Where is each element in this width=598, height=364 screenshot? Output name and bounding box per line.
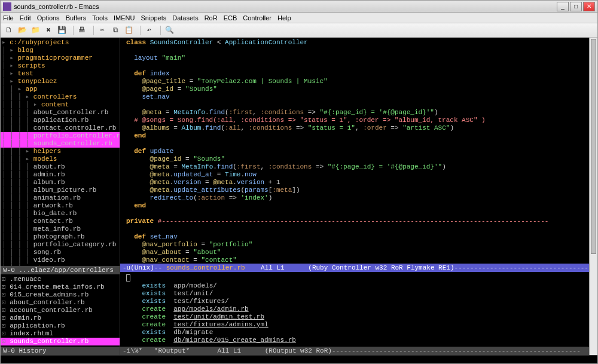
separator	[157, 26, 161, 35]
menu-imenu[interactable]: IMENU	[114, 14, 135, 22]
menu-datasets[interactable]: Datasets	[172, 14, 198, 22]
tree-folder[interactable]: │ ▸ blog	[1, 47, 120, 54]
buffer-list-item[interactable]: ⊡ .menuacc	[1, 276, 120, 283]
tree-file[interactable]: │ │ │ │ photograph.rb	[1, 233, 120, 241]
tree-file[interactable]: │ │ │ │ video.rb	[1, 256, 120, 264]
main-area: ▸ c:/rubyprojects│ ▸ blog│ ▸ pragmaticpr…	[1, 38, 597, 355]
tree-file[interactable]: │ │ │ │ about_controller.rb	[1, 109, 120, 117]
tree-folder[interactable]: │ │ │ ▸ helpers	[1, 148, 120, 155]
search-icon[interactable]: 🔍	[163, 25, 175, 36]
tree-file[interactable]: │ │ │ │ meta_info.rb	[1, 225, 120, 233]
editor-column: class SoundsController < ApplicationCont…	[120, 38, 589, 355]
tree-file[interactable]: │ │ │ │ contact.rb	[1, 218, 120, 225]
modeline-position: All L1	[261, 264, 285, 271]
emacs-window: sounds_controller.rb - Emacs _ □ ✕ File …	[0, 0, 598, 364]
save-icon[interactable]: 💾	[56, 25, 68, 36]
output-line: create test/fixtures/admins.yml	[126, 321, 583, 329]
directory-tree[interactable]: ▸ c:/rubyprojects│ ▸ blog│ ▸ pragmaticpr…	[1, 38, 120, 266]
output-line: create test/unit/admin_test.rb	[126, 313, 583, 321]
paste-icon[interactable]: 📋	[123, 25, 135, 36]
minimize-button[interactable]: _	[557, 2, 569, 11]
buffer-list[interactable]: ⊡ .menuacc⊡ 014_create_meta_infos.rb⊡ 01…	[1, 274, 120, 347]
new-file-icon[interactable]: 🗋	[3, 25, 15, 36]
close-icon[interactable]: ✖	[42, 25, 54, 36]
tree-folder[interactable]: │ ▸ pragmaticprogrammer	[1, 54, 120, 62]
buffer-list-item[interactable]: ⊡ 014_create_meta_infos.rb	[1, 283, 120, 291]
code-buffer[interactable]: class SoundsController < ApplicationCont…	[120, 38, 589, 264]
tree-folder[interactable]: │ │ ▸ app	[1, 85, 120, 93]
menu-controller[interactable]: Controller	[243, 14, 271, 22]
tree-folder[interactable]: │ │ │ │ ▸ content	[1, 101, 120, 109]
buffer-list-item[interactable]: ⊡ sounds_controller.rb	[1, 338, 120, 345]
tree-folder[interactable]: │ ▸ scripts	[1, 62, 120, 70]
tree-file[interactable]: │ │ │ │ animation.rb	[1, 194, 120, 202]
menu-edit[interactable]: Edit	[20, 14, 31, 22]
tree-file[interactable]: │ │ │ │ portfolio_controller.rb	[1, 132, 120, 140]
tree-folder[interactable]: │ │ │ ▸ models	[1, 155, 120, 163]
menu-file[interactable]: File	[3, 14, 14, 22]
emacs-icon	[3, 2, 11, 11]
menu-buffers[interactable]: Buffers	[66, 14, 87, 22]
modeline-coding: -1\%*	[123, 347, 142, 354]
comment: # @songs = Song.find(:all, :conditions =…	[134, 117, 486, 124]
modeline-mode: (ROutput w32 RoR)	[265, 347, 332, 354]
tree-file[interactable]: │ │ │ │ sounds_controller.rb	[1, 140, 120, 148]
buffer-list-item[interactable]: ⊡ admin.rb	[1, 314, 120, 322]
menu-tools[interactable]: Tools	[92, 14, 108, 22]
minibuffer[interactable]	[1, 355, 597, 363]
tree-file[interactable]: │ │ │ │ artwork.rb	[1, 202, 120, 210]
titlebar[interactable]: sounds_controller.rb - Emacs _ □ ✕	[1, 1, 597, 13]
tree-file[interactable]: │ │ │ │ song.rb	[1, 249, 120, 256]
output-line: create db/migrate/015_create_admins.rb	[126, 337, 583, 344]
output-line: create app/models/admin.rb	[126, 305, 583, 313]
menu-snippets[interactable]: Snippets	[141, 14, 166, 22]
buffer-list-item[interactable]: ⊡ application.rb	[1, 322, 120, 330]
buffer-list-item[interactable]: ⊡ 015_create_admins.rb	[1, 291, 120, 299]
modeline-position: All L1	[217, 347, 241, 354]
copy-icon[interactable]: ⧉	[109, 25, 121, 36]
superclass: ApplicationController	[225, 39, 308, 46]
output-modeline[interactable]: -1\%* *ROutput* All L1 (ROutput w32 RoR)…	[120, 347, 589, 355]
tree-folder[interactable]: │ ▸ tonypelaez	[1, 78, 120, 85]
history-modeline: W-0 History	[1, 347, 120, 355]
menu-help[interactable]: Help	[277, 14, 291, 22]
separator	[90, 26, 94, 35]
tree-folder[interactable]: ▸ c:/rubyprojects	[1, 39, 120, 47]
maximize-button[interactable]: □	[570, 2, 582, 11]
undo-icon[interactable]: ↶	[143, 25, 155, 36]
tree-folder[interactable]: │ │ │ ▸ controllers	[1, 93, 120, 101]
tree-file[interactable]: │ │ │ │ portfolio_category.rb	[1, 241, 120, 249]
output-line: exists test/fixtures/	[126, 298, 583, 305]
tree-file[interactable]: │ │ │ │ album_picture.rb	[1, 186, 120, 194]
tree-file[interactable]: │ │ │ │ application.rb	[1, 117, 120, 124]
window-controls: _ □ ✕	[557, 2, 595, 11]
menu-ror[interactable]: RoR	[205, 14, 218, 22]
folder-icon[interactable]: 📁	[29, 25, 41, 36]
output-line: exists app/models/	[126, 282, 583, 290]
buffer-list-item[interactable]: ⊡ account_controller.rb	[1, 307, 120, 314]
menu-options[interactable]: Options	[37, 14, 60, 22]
tree-folder[interactable]: │ ▸ test	[1, 70, 120, 78]
buffer-list-item[interactable]: ⊡ about_controller.rb	[1, 299, 120, 307]
tree-file[interactable]: │ │ │ │ admin.rb	[1, 171, 120, 179]
tree-file[interactable]: │ │ │ │ album.rb	[1, 179, 120, 186]
routput-buffer[interactable]: exists app/models/ exists test/unit/ exi…	[120, 272, 589, 347]
scrollbar-thumb[interactable]	[591, 39, 596, 254]
buffer-list-item[interactable]: ⊡ index.rhtml	[1, 330, 120, 338]
menu-ecb[interactable]: ECB	[224, 14, 237, 22]
editor-modeline[interactable]: -u(Unix)-- sounds_controller.rb All L1 (…	[120, 264, 589, 272]
open-icon[interactable]: 📂	[16, 25, 28, 36]
kw-class: class	[126, 39, 146, 46]
close-button[interactable]: ✕	[583, 2, 595, 11]
separator	[137, 26, 141, 35]
tree-file[interactable]: │ │ │ │ about.rb	[1, 163, 120, 171]
output-line: exists test/unit/	[126, 290, 583, 298]
cut-icon[interactable]: ✂	[96, 25, 108, 36]
output-line: exists db/migrate	[126, 329, 583, 337]
tree-file[interactable]: │ │ │ │ contact_controller.rb	[1, 124, 120, 132]
scrollbar[interactable]	[589, 38, 597, 355]
modeline-filename: sounds_controller.rb	[166, 264, 245, 271]
tree-file[interactable]: │ │ │ │ bio_date.rb	[1, 210, 120, 218]
window-title: sounds_controller.rb - Emacs	[14, 3, 557, 10]
print-icon[interactable]: 🖶	[76, 25, 88, 36]
